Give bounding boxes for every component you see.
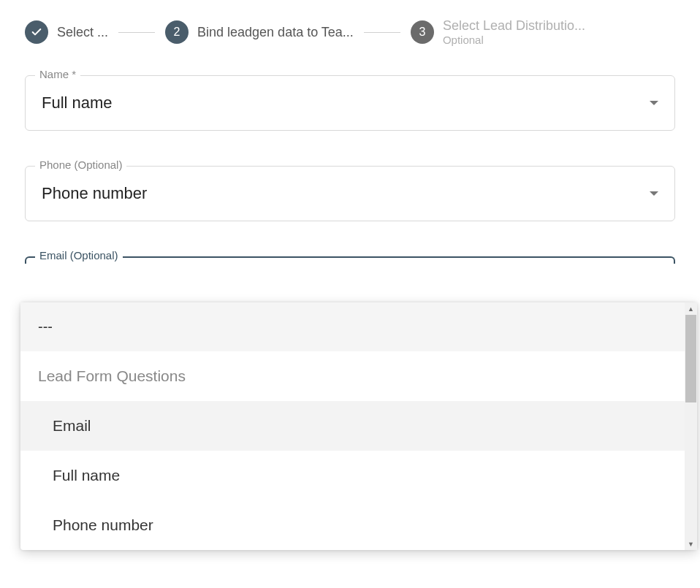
name-field-group: Name * Full name: [25, 75, 675, 131]
dropdown-group-header: Lead Form Questions: [20, 351, 697, 401]
dropdown-option-phone-number[interactable]: Phone number: [20, 500, 697, 550]
phone-field-label: Phone (Optional): [35, 159, 126, 171]
dropdown-option-blank[interactable]: ---: [20, 302, 697, 351]
email-field-label: Email (Optional): [35, 249, 123, 261]
email-dropdown-menu: --- Lead Form Questions Email Full name …: [20, 302, 697, 550]
name-select[interactable]: Full name: [25, 75, 675, 131]
name-select-value: Full name: [42, 93, 113, 112]
checkmark-icon: [31, 26, 42, 38]
phone-select-value: Phone number: [42, 184, 147, 203]
scrollbar-down-arrow[interactable]: ▼: [685, 538, 697, 550]
step-2[interactable]: 2 Bind leadgen data to Tea...: [165, 20, 354, 44]
phone-select[interactable]: Phone number: [25, 166, 675, 221]
scrollbar-track: ▲ ▼: [685, 302, 697, 550]
chevron-down-icon: [650, 191, 658, 196]
step-2-label: Bind leadgen data to Tea...: [197, 25, 354, 40]
email-field-group: Email (Optional): [25, 256, 675, 264]
step-1[interactable]: Select ...: [25, 20, 108, 44]
step-1-circle: [25, 20, 48, 44]
dropdown-option-email[interactable]: Email: [20, 401, 697, 451]
step-2-circle: 2: [165, 20, 189, 44]
stepper: Select ... 2 Bind leadgen data to Tea...…: [25, 18, 675, 46]
name-field-label: Name *: [35, 68, 80, 80]
step-3[interactable]: 3 Select Lead Distributio... Optional: [411, 18, 585, 46]
scrollbar-thumb[interactable]: [685, 315, 696, 402]
scrollbar-up-arrow[interactable]: ▲: [685, 302, 697, 315]
step-1-label: Select ...: [57, 25, 108, 40]
phone-field-group: Phone (Optional) Phone number: [25, 166, 675, 221]
step-3-title: Select Lead Distributio...: [443, 18, 585, 34]
step-connector: [118, 32, 155, 33]
chevron-down-icon: [650, 101, 658, 105]
step-3-optional: Optional: [443, 34, 585, 46]
step-connector: [364, 32, 400, 33]
dropdown-option-full-name[interactable]: Full name: [20, 451, 697, 500]
step-3-circle: 3: [411, 20, 434, 44]
